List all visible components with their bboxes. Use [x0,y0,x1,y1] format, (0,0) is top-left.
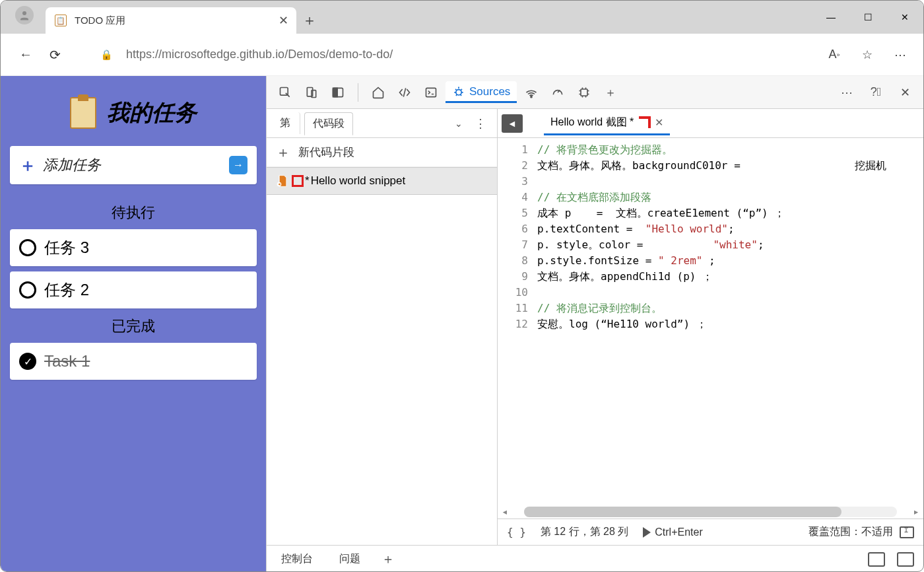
horizontal-scrollbar[interactable]: ◂ ▸ [498,505,923,518]
tab-title: TODO 应用 [75,15,125,27]
checked-icon[interactable]: ✓ [19,353,36,370]
performance-tab-icon[interactable] [546,81,570,104]
task-item[interactable]: 任务 2 [10,271,257,308]
console-tab-icon[interactable] [419,81,443,104]
clipboard-icon: 📋 [55,15,67,26]
maximize-button[interactable]: ☐ [849,1,886,34]
url-field[interactable]: 🔒 https://microsoftedge.github.io/Demos/… [88,42,814,67]
devtools-drawer: 控制台 问题 ＋ [267,545,923,572]
snippet-item[interactable]: * Hello world snippet [267,167,497,195]
address-toolbar: ← ⟳ 🔒 https://microsoftedge.github.io/De… [1,34,923,76]
device-toggle-icon[interactable] [300,81,323,104]
task-item-done[interactable]: ✓ Task 1 [10,343,257,380]
editor-statusbar: { } 第 12 行，第 28 列 Ctrl+Enter 覆盖范围：不适用 [498,518,923,545]
snippet-dirty-star: * [305,174,310,188]
editor-tab-label: Hello world 截图 * [550,116,634,129]
more-tabs-button[interactable]: ＋ [599,81,622,104]
close-tab-icon[interactable]: ✕ [279,13,288,28]
drawer-add-tab[interactable]: ＋ [381,550,395,568]
devtools-toolbar: Sources ＋ ⋯ ?⃝ ✕ [267,76,923,109]
svg-rect-6 [426,88,436,96]
svg-point-0 [22,11,26,15]
pending-heading: 待执行 [10,203,257,223]
submit-task-button[interactable]: → [229,156,248,174]
unchecked-icon[interactable] [19,239,36,256]
welcome-tab-icon[interactable] [366,81,390,104]
dock-icon[interactable] [326,81,350,104]
window-controls: — ☐ ✕ [812,1,923,34]
code-editor[interactable]: 123456789101112 // 将背景色更改为挖掘器。文档。身体。风格。b… [498,138,923,518]
new-tab-button[interactable]: ＋ [296,7,323,34]
back-button[interactable]: ← [14,43,38,67]
drawer-icon-1[interactable] [868,552,885,567]
sources-tab-label: Sources [469,85,510,98]
new-snippet-button[interactable]: ＋ 新代码片段 [267,138,497,167]
devtools-panel: Sources ＋ ⋯ ?⃝ ✕ 第 代码段 ⌄ ⋮ ＋ [266,76,923,572]
unchecked-icon[interactable] [19,281,36,299]
cursor-position: 第 12 行，第 28 列 [541,525,628,539]
add-task-label: 添加任务 [43,155,229,175]
sources-navigator: 第 代码段 ⌄ ⋮ ＋ 新代码片段 * Hello world snippet [267,109,498,545]
highlight-marker [639,116,651,128]
navigator-toggle-button[interactable]: ◄ [502,114,523,133]
snippet-name: Hello world snippet [311,174,406,188]
plus-icon: ＋ [19,154,36,177]
page-tab[interactable]: 第 [272,112,300,134]
todo-app: 我的任务 ＋ 添加任务 → 待执行 任务 3 任务 2 已完成 ✓ Task 1 [1,76,266,572]
new-snippet-label: 新代码片段 [298,145,354,160]
url-text: https://microsoftedge.github.io/Demos/de… [126,48,393,61]
devtools-help-icon[interactable]: ?⃝ [864,81,888,104]
scroll-left-icon[interactable]: ◂ [498,504,512,518]
task-item[interactable]: 任务 3 [10,229,257,266]
devtools-close-icon[interactable]: ✕ [893,81,917,104]
run-snippet-button[interactable]: Ctrl+Enter [643,526,702,538]
memory-tab-icon[interactable] [572,81,596,104]
close-file-icon[interactable]: ✕ [655,116,663,129]
browser-tab[interactable]: 📋 TODO 应用 ✕ [46,7,296,34]
minimize-button[interactable]: — [812,1,849,34]
bug-icon [452,85,465,98]
pretty-print-button[interactable]: { } [507,526,526,538]
clipboard-icon [70,97,96,129]
add-task-input[interactable]: ＋ 添加任务 → [10,146,257,184]
editor-pane: ◄ Hello world 截图 * ✕ 123456789101112 // … [498,109,923,545]
coverage-label: 覆盖范围：不适用 [808,525,893,539]
profile-avatar[interactable] [15,6,34,24]
task-text: 任务 2 [44,279,89,301]
scroll-right-icon[interactable]: ▸ [909,504,923,518]
svg-rect-5 [333,88,338,96]
todo-header: 我的任务 [10,97,257,129]
close-window-button[interactable]: ✕ [886,1,923,34]
read-aloud-icon[interactable]: A» [824,45,844,65]
window-titlebar: 📋 TODO 应用 ✕ ＋ — ☐ ✕ [1,1,923,34]
editor-file-tab[interactable]: Hello world 截图 * ✕ [544,112,670,135]
devtools-more-icon[interactable]: ⋯ [835,81,859,104]
run-hint: Ctrl+Enter [655,526,702,538]
plus-icon: ＋ [276,143,290,162]
svg-rect-9 [581,89,587,96]
settings-menu-icon[interactable]: ⋯ [890,45,910,65]
snippet-file-icon [276,174,289,188]
task-text: Task 1 [44,352,90,371]
snippets-tab[interactable]: 代码段 [304,112,353,135]
svg-point-8 [531,96,532,97]
sources-tab[interactable]: Sources [446,81,517,103]
favorite-icon[interactable]: ☆ [857,45,877,65]
done-heading: 已完成 [10,316,257,336]
network-tab-icon[interactable] [519,81,543,104]
drawer-expand-icon[interactable] [897,552,914,567]
lock-icon: 🔒 [100,49,113,61]
navigator-more-icon[interactable]: ⋮ [469,114,492,133]
play-icon [643,527,651,538]
page-title: 我的任务 [107,98,197,128]
drawer-issues-tab[interactable]: 问题 [334,550,366,569]
drawer-console-tab[interactable]: 控制台 [276,550,318,569]
inspect-icon[interactable] [273,81,297,104]
source-map-icon[interactable] [900,526,914,538]
elements-tab-icon[interactable] [393,81,416,104]
refresh-button[interactable]: ⟳ [43,43,67,67]
task-text: 任务 3 [44,237,89,258]
highlight-marker [292,175,304,187]
chevron-down-icon[interactable]: ⌄ [452,116,465,131]
